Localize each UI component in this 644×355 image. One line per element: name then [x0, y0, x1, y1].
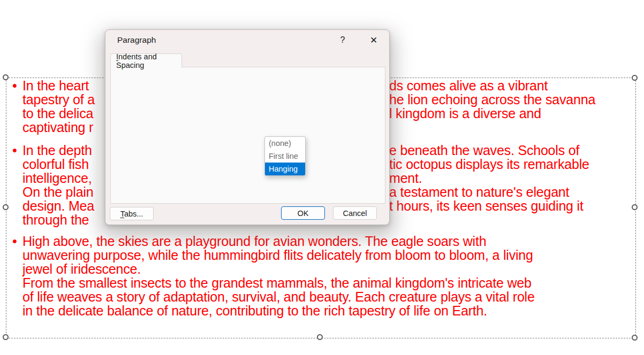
- slide-text-line: of life weaves a story of adaptation, su…: [0, 290, 644, 304]
- selection-handle-top-left[interactable]: [3, 74, 9, 80]
- close-icon: ✕: [370, 35, 377, 46]
- selection-handle-mid-right[interactable]: [632, 204, 638, 210]
- help-icon: ?: [340, 35, 345, 45]
- bullet-glyph: •: [12, 79, 17, 92]
- selection-handle-mid-left[interactable]: [3, 204, 9, 210]
- paragraph-dialog: Paragraph ? ✕ Indents and Spacing Genera…: [105, 29, 390, 225]
- selection-handle-bottom-left[interactable]: [3, 334, 9, 340]
- bullet-glyph: •: [12, 143, 17, 157]
- ok-button[interactable]: OK: [281, 206, 325, 220]
- slide-text-line: unwavering purpose, while the hummingbir…: [0, 248, 644, 262]
- tab-indents-and-spacing[interactable]: Indents and Spacing: [110, 53, 182, 67]
- cancel-button[interactable]: Cancel: [333, 206, 377, 220]
- dropdown-option-hanging[interactable]: Hanging: [265, 163, 305, 175]
- slide-text-line: jewel of iridescence.: [0, 262, 644, 276]
- tab-label: Indents and Spacing: [116, 52, 181, 70]
- close-button[interactable]: ✕: [365, 32, 383, 48]
- selection-handle-bottom-right[interactable]: [632, 335, 638, 341]
- selection-handle-top-right[interactable]: [632, 75, 638, 81]
- slide-text-line: in the delicate balance of nature, contr…: [0, 304, 644, 318]
- tab-panel: [110, 67, 385, 204]
- slide-text-line: • High above, the skies are a playground…: [0, 234, 644, 248]
- help-button[interactable]: ?: [334, 32, 352, 48]
- special-dropdown-list: (none) First line Hanging: [264, 136, 306, 176]
- selection-handle-bottom-center[interactable]: [317, 334, 323, 340]
- dialog-titlebar[interactable]: Paragraph ? ✕: [105, 30, 389, 53]
- dropdown-option-none[interactable]: (none): [265, 137, 305, 150]
- slide-text-line: From the smallest insects to the grandes…: [0, 276, 644, 290]
- tabs-button-label: Tabs...: [120, 210, 143, 218]
- tabs-button[interactable]: Tabs...: [110, 207, 154, 220]
- dropdown-option-first-line[interactable]: First line: [265, 150, 305, 163]
- dialog-title: Paragraph: [117, 35, 156, 45]
- bullet-glyph: •: [12, 234, 17, 248]
- slide-canvas: • In the heart ds comes alive as a vibra…: [0, 0, 644, 355]
